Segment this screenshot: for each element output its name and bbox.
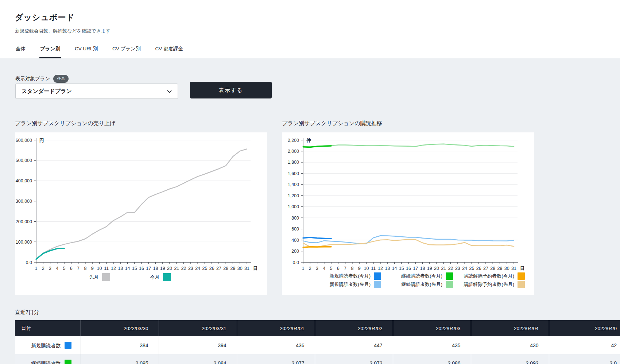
tab-4[interactable]: CV 都度課金 [154, 46, 184, 58]
y-tick-label: 300,000 [16, 199, 32, 204]
legend-label: 先月 [89, 274, 99, 280]
value-cell: 384 [81, 336, 159, 354]
sales-chart-card: 600,000500,000400,000300,000200,000100,0… [15, 132, 267, 295]
x-tick-label: 8 [84, 266, 86, 271]
table-row: 新規購読者数38439443644743543042 [15, 336, 620, 354]
y-tick-label: 0.0 [293, 260, 299, 265]
metric-swatch [65, 360, 71, 364]
x-tick-label: 24 [195, 266, 200, 271]
legend-label: 今月 [150, 274, 160, 280]
subs-chart-card: 2,2002,0001,8001,6001,4001,2001,00080060… [282, 132, 534, 295]
show-button[interactable]: 表示する [190, 82, 272, 98]
x-tick-label: 26 [476, 266, 481, 271]
legend-swatch [446, 272, 453, 280]
subs-chart-legend: 新規購読者数(今月)継続購読者数(今月)購読解除予約者数(今月)新規購読者数(先… [309, 272, 525, 288]
x-tick-label: 11 [104, 266, 109, 271]
table-header-cell: 2022/04/0 [549, 320, 620, 336]
y-tick-label: 2,000 [288, 149, 299, 154]
x-tick-label: 29 [230, 266, 236, 271]
x-tick-label: 13 [118, 266, 123, 271]
x-tick-label: 7 [344, 266, 346, 271]
tab-0[interactable]: 全体 [15, 46, 26, 58]
legend-row: 新規購読者数(今月)継続購読者数(今月)購読解除予約者数(今月) [309, 272, 525, 280]
value-cell: 2,072 [315, 354, 393, 364]
x-tick-label: 7 [77, 266, 80, 271]
sales-chart-title: プラン別サブスクリプションの売り上げ [15, 120, 115, 127]
y-tick-label: 0.0 [26, 260, 32, 265]
y-tick-label: 600,000 [16, 138, 32, 143]
table-header-cell: 2022/04/03 [393, 320, 471, 336]
x-tick-label: 1 [35, 266, 38, 271]
legend-label: 新規購読者数(先月) [329, 281, 371, 288]
x-tick-label: 23 [188, 266, 193, 271]
legend-swatch [374, 281, 381, 288]
subscriptions-chart: 2,2002,0001,8001,6001,4001,2001,00080060… [282, 132, 534, 295]
tab-2[interactable]: CV URL別 [74, 46, 98, 58]
y-tick-label: 600 [291, 226, 299, 232]
x-tick-label: 5 [330, 266, 333, 271]
x-tick-label: 14 [392, 266, 397, 271]
x-unit-label: 日 [520, 266, 525, 271]
legend-label: 継続購読者数(今月) [401, 273, 442, 279]
x-tick-label: 12 [111, 266, 116, 271]
x-tick-label: 9 [91, 266, 94, 271]
legend-label: 購読解除予約者数(先月) [464, 281, 514, 288]
y-tick-label: 400,000 [16, 178, 32, 183]
legend-item: 新規購読者数(先月) [309, 281, 381, 288]
x-tick-label: 21 [441, 266, 446, 271]
tab-1[interactable]: プラン別 [39, 46, 61, 58]
value-cell: 2,0 [549, 354, 620, 364]
x-tick-label: 28 [223, 266, 228, 271]
x-tick-label: 8 [351, 266, 353, 271]
plan-filter-label: 表示対象プラン [15, 75, 50, 82]
tab-bar: 全体プラン別CV URL別CV プラン別CV 都度課金 [15, 46, 184, 58]
x-tick-label: 17 [146, 266, 151, 271]
x-tick-label: 25 [202, 266, 207, 271]
legend-item: 先月 [89, 273, 110, 281]
x-tick-label: 29 [497, 266, 503, 271]
legend-label: 新規購読者数(今月) [329, 273, 371, 279]
value-cell: 447 [315, 336, 393, 354]
x-tick-label: 15 [132, 266, 137, 271]
series-新規購読者数(今月) [303, 237, 331, 239]
x-tick-label: 27 [483, 266, 488, 271]
x-tick-label: 23 [455, 266, 460, 271]
x-tick-label: 14 [125, 266, 130, 271]
x-tick-label: 11 [371, 266, 376, 271]
table-header-cell: 2022/03/30 [81, 320, 159, 336]
metric-swatch [65, 342, 71, 349]
value-cell: 42 [549, 336, 620, 354]
legend-swatch [374, 272, 381, 280]
x-tick-label: 12 [378, 266, 383, 271]
recent-table-head: 日付2022/03/302022/03/312022/04/012022/04/… [15, 320, 620, 336]
x-tick-label: 21 [174, 266, 179, 271]
plan-select[interactable]: スタンダードプラン [15, 84, 178, 99]
series-先月 [36, 149, 247, 259]
page-subtitle: 新規登録会員数、解約数などを確認できます [15, 28, 111, 34]
legend-label: 購読解除予約者数(今月) [464, 273, 514, 279]
x-tick-label: 22 [448, 266, 453, 271]
x-tick-label: 28 [490, 266, 495, 271]
table-header-cell: 2022/03/31 [159, 320, 237, 336]
value-cell: 2,095 [81, 354, 159, 364]
y-tick-label: 500,000 [16, 158, 32, 163]
x-tick-label: 18 [153, 266, 158, 271]
x-tick-label: 1 [302, 266, 305, 271]
y-tick-label: 1,200 [288, 193, 299, 198]
sales-chart-legend: 先月今月 [4, 273, 256, 281]
table-row: 継続購読者数2,0952,0842,0772,0722,0862,0922,0 [15, 354, 620, 364]
metric-label: 継続購読者数 [31, 361, 61, 364]
x-tick-label: 3 [49, 266, 51, 271]
tab-3[interactable]: CV プラン別 [112, 46, 141, 58]
x-unit-label: 日 [253, 266, 258, 271]
x-tick-label: 5 [63, 266, 66, 271]
legend-item: 購読解除予約者数(先月) [453, 281, 525, 288]
x-tick-label: 30 [504, 266, 509, 271]
chevron-down-icon [167, 90, 172, 93]
series-今月 [36, 248, 64, 259]
series-購読解除予約者数(今月) [303, 247, 331, 247]
legend-swatch [446, 281, 453, 288]
x-tick-label: 6 [70, 266, 73, 271]
recent-table: 日付2022/03/302022/03/312022/04/012022/04/… [15, 320, 620, 364]
y-tick-label: 1,000 [288, 204, 299, 209]
